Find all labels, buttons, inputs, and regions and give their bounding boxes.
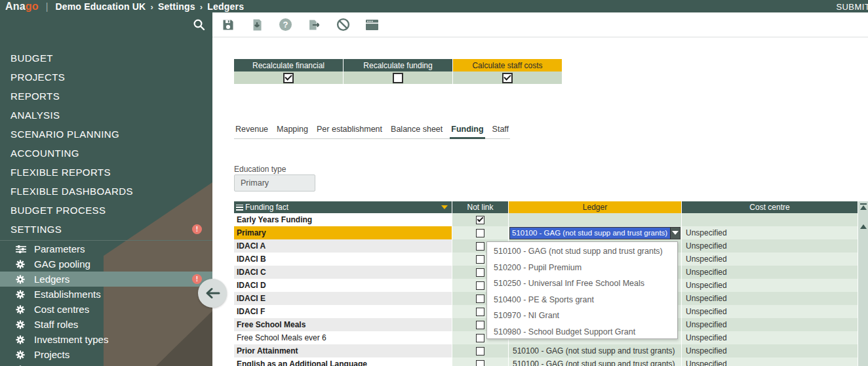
not-link-checkbox[interactable] (476, 255, 484, 264)
tab-per-establishment[interactable]: Per establishment (315, 125, 384, 136)
cost-centre-cell[interactable]: Unspecified (682, 318, 858, 331)
import-document-icon[interactable] (250, 18, 264, 31)
cost-centre-cell[interactable]: Unspecified (682, 305, 858, 318)
tab-revenue[interactable]: Revenue (234, 125, 269, 136)
sidebar-subitem-label: Parameters (34, 243, 85, 254)
not-link-checkbox[interactable] (476, 360, 484, 366)
dropdown-option[interactable]: 510100 - GAG (not stud supp and trust gr… (487, 243, 677, 260)
combobox-dropdown-arrow-icon[interactable] (670, 228, 680, 239)
funding-fact-cell[interactable]: IDACI E (234, 292, 452, 305)
checkbox-calculate-staff-costs[interactable] (502, 73, 513, 83)
ledger-cell[interactable]: 510100 - GAG (not stud supp and trust gr… (509, 357, 681, 366)
sidebar-item-flexible-reports[interactable]: FLEXIBLE REPORTS (0, 163, 212, 182)
sidebar-item-projects[interactable]: PROJECTS (0, 68, 212, 87)
funding-fact-cell[interactable]: Free School Meals (234, 318, 452, 331)
not-link-checkbox[interactable] (476, 281, 484, 290)
ledger-cell[interactable]: 510100 - GAG (not stud supp and trust gr… (509, 226, 681, 239)
not-link-checkbox[interactable] (476, 347, 484, 356)
table-scrollbar[interactable] (858, 201, 868, 366)
funding-fact-cell[interactable]: IDACI F (234, 305, 452, 318)
cost-centre-cell[interactable]: Unspecified (682, 239, 858, 253)
not-link-checkbox[interactable] (476, 268, 484, 277)
breadcrumb-ledgers[interactable]: Ledgers (207, 1, 244, 12)
cost-centre-cell[interactable]: Unspecified (682, 344, 858, 357)
cost-centre-cell[interactable]: Unspecified (682, 279, 858, 292)
ledger-cell[interactable] (509, 213, 681, 226)
sidebar-item-budget[interactable]: BUDGET (0, 49, 212, 68)
sidebar-subitem-monthly-accounts[interactable]: Monthly accounts (0, 362, 212, 366)
tab-balance-sheet[interactable]: Balance sheet (389, 125, 444, 136)
cost-centre-cell[interactable] (682, 213, 858, 226)
ledger-cell[interactable]: 510100 - GAG (not stud supp and trust gr… (509, 344, 681, 357)
funding-fact-cell[interactable]: IDACI A (234, 239, 452, 253)
breadcrumb-org[interactable]: Demo Education UK (55, 1, 146, 12)
cost-centre-cell[interactable]: Unspecified (682, 292, 858, 305)
submit-button[interactable]: SUBMIT (832, 1, 868, 12)
search-icon[interactable] (189, 17, 208, 34)
sidebar-subitem-gag-pooling[interactable]: GAG pooling (0, 256, 212, 272)
funding-fact-header[interactable]: Funding fact (234, 201, 452, 213)
export-document-icon[interactable] (307, 18, 321, 31)
dropdown-option[interactable]: 510980 - School Budget Support Grant (487, 324, 677, 340)
cost-centre-cell[interactable]: Unspecified (682, 226, 858, 239)
not-link-checkbox[interactable] (476, 334, 484, 342)
sidebar-subitem-parameters[interactable]: Parameters (0, 241, 212, 256)
not-link-checkbox[interactable] (476, 295, 484, 303)
dropdown-option[interactable]: 510970 - NI Grant (487, 308, 677, 324)
sidebar-subitem-cost-centres[interactable]: Cost centres (0, 302, 212, 317)
save-icon[interactable] (221, 18, 235, 31)
dropdown-option[interactable]: 510400 - PE & Sports grant (487, 292, 677, 308)
funding-fact-cell[interactable]: IDACI D (234, 279, 452, 292)
scroll-to-top-icon[interactable] (860, 203, 867, 210)
sidebar-collapse-button[interactable] (198, 279, 227, 308)
column-menu-icon[interactable] (236, 205, 243, 211)
sidebar-item-scenario-planning[interactable]: SCENARIO PLANNING (0, 125, 212, 144)
sidebar-item-settings[interactable]: SETTINGS! (0, 220, 212, 239)
tab-funding[interactable]: Funding (450, 125, 484, 139)
funding-fact-cell[interactable]: Free School Meals ever 6 (234, 331, 452, 344)
funding-fact-cell[interactable]: Prior Attainment (234, 344, 452, 357)
not-link-checkbox[interactable] (476, 321, 484, 329)
cost-centre-cell[interactable]: Unspecified (682, 266, 858, 279)
sidebar-subitem-staff-roles[interactable]: Staff roles (0, 317, 212, 332)
help-icon[interactable]: ? (279, 18, 292, 31)
tab-staff[interactable]: Staff (491, 125, 510, 136)
tab-mapping[interactable]: Mapping (275, 125, 309, 136)
sidebar-subitem-projects[interactable]: Projects (0, 347, 212, 362)
not-link-checkbox[interactable] (476, 229, 484, 237)
sidebar-item-reports[interactable]: REPORTS (0, 87, 212, 106)
not-link-checkbox[interactable] (476, 216, 484, 224)
sidebar-item-budget-process[interactable]: BUDGET PROCESS (0, 201, 212, 220)
funding-fact-cell[interactable]: Early Years Funding (234, 213, 452, 226)
cost-centre-cell[interactable]: Unspecified (682, 331, 858, 344)
dropdown-option[interactable]: 510250 - Universal Inf Free School Meals (487, 275, 677, 292)
cancel-icon[interactable] (336, 18, 350, 31)
column-dropdown-arrow-icon[interactable] (441, 205, 448, 209)
sidebar-subitem-ledgers[interactable]: Ledgers! (0, 272, 212, 287)
checkbox-recalculate-financial[interactable] (283, 73, 294, 83)
funding-fact-cell[interactable]: IDACI C (234, 266, 452, 279)
sidebar-item-label: SETTINGS (10, 224, 62, 235)
sidebar-subitem-label: Cost centres (34, 304, 89, 315)
sidebar-item-analysis[interactable]: ANALYSIS (0, 106, 212, 125)
education-type-input[interactable]: Primary (234, 174, 315, 192)
window-icon[interactable] (365, 18, 379, 31)
ledger-combobox[interactable]: 510100 - GAG (not stud supp and trust gr… (509, 227, 681, 239)
sidebar-item-accounting[interactable]: ACCOUNTING (0, 144, 212, 163)
funding-fact-cell[interactable]: English as an Additional Language (234, 357, 452, 366)
sidebar-subitem-establishments[interactable]: Establishments (0, 287, 212, 302)
ledger-combobox-value: 510100 - GAG (not stud supp and trust gr… (510, 228, 670, 239)
cost-centre-cell[interactable]: Unspecified (682, 253, 858, 266)
not-link-checkbox[interactable] (476, 308, 484, 316)
sidebar-subitem-investment-types[interactable]: Investment types (0, 332, 212, 347)
sidebar-item-label: ACCOUNTING (10, 148, 79, 159)
not-link-checkbox[interactable] (476, 242, 484, 251)
sidebar-item-flexible-dashboards[interactable]: FLEXIBLE DASHBOARDS (0, 182, 212, 201)
scroll-up-icon[interactable] (860, 214, 867, 224)
funding-fact-cell[interactable]: Primary (234, 226, 452, 239)
funding-fact-cell[interactable]: IDACI B (234, 253, 452, 266)
cost-centre-cell[interactable]: Unspecified (682, 357, 858, 366)
dropdown-option[interactable]: 510200 - Pupil Premium (487, 260, 677, 276)
checkbox-recalculate-funding[interactable] (393, 73, 403, 83)
breadcrumb-settings[interactable]: Settings (158, 1, 195, 12)
